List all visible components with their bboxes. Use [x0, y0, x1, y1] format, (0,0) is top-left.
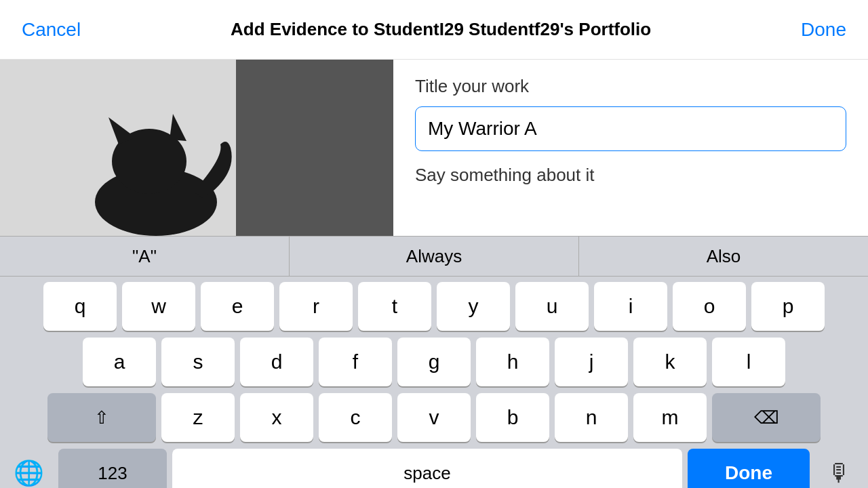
shift-key[interactable]: ⇧: [47, 393, 156, 442]
key-k[interactable]: k: [633, 338, 707, 386]
title-label: Title your work: [415, 76, 846, 97]
content-area: Title your work Say something about it: [0, 60, 868, 236]
space-key[interactable]: space: [172, 449, 682, 488]
key-u[interactable]: u: [515, 282, 589, 331]
globe-key[interactable]: 🌐: [4, 449, 53, 488]
autocomplete-item-1[interactable]: Always: [290, 237, 579, 276]
key-row-2: a s d f g h j k l: [4, 338, 864, 386]
svg-marker-3: [170, 114, 186, 141]
form-section: Title your work Say something about it: [393, 60, 868, 236]
key-l[interactable]: l: [712, 338, 785, 386]
key-n[interactable]: n: [555, 393, 628, 442]
keyboard-done-key[interactable]: Done: [688, 449, 810, 488]
autocomplete-bar: "A" Always Also: [0, 236, 868, 277]
key-y[interactable]: y: [437, 282, 510, 331]
key-j[interactable]: j: [555, 338, 628, 386]
key-t[interactable]: t: [358, 282, 431, 331]
key-m[interactable]: m: [633, 393, 707, 442]
keyboard: q w e r t y u i o p a s d f g h j k l ⇧ …: [0, 277, 868, 488]
key-f[interactable]: f: [319, 338, 392, 386]
image-preview: [0, 60, 393, 236]
page-title: Add Evidence to StudentI29 Studentf29's …: [231, 19, 651, 40]
key-a[interactable]: a: [83, 338, 156, 386]
numbers-key[interactable]: 123: [58, 449, 167, 488]
mic-key[interactable]: 🎙: [815, 449, 864, 488]
key-c[interactable]: c: [319, 393, 392, 442]
key-b[interactable]: b: [476, 393, 549, 442]
key-w[interactable]: w: [122, 282, 195, 331]
say-label: Say something about it: [415, 165, 846, 186]
key-r[interactable]: r: [279, 282, 353, 331]
header: Cancel Add Evidence to StudentI29 Studen…: [0, 0, 868, 60]
key-q[interactable]: q: [43, 282, 117, 331]
autocomplete-item-0[interactable]: "A": [0, 237, 290, 276]
key-g[interactable]: g: [397, 338, 471, 386]
key-v[interactable]: v: [397, 393, 471, 442]
key-row-bottom: 🌐 123 space Done 🎙: [4, 449, 864, 488]
header-done-button[interactable]: Done: [801, 19, 846, 41]
key-e[interactable]: e: [201, 282, 274, 331]
delete-key[interactable]: ⌫: [712, 393, 821, 442]
key-row-3: ⇧ z x c v b n m ⌫: [4, 393, 864, 442]
key-p[interactable]: p: [751, 282, 825, 331]
title-input[interactable]: [415, 106, 846, 151]
key-h[interactable]: h: [476, 338, 549, 386]
key-z[interactable]: z: [161, 393, 235, 442]
key-o[interactable]: o: [673, 282, 746, 331]
cancel-button[interactable]: Cancel: [22, 19, 81, 41]
key-d[interactable]: d: [240, 338, 313, 386]
key-x[interactable]: x: [240, 393, 313, 442]
key-s[interactable]: s: [161, 338, 235, 386]
cat-image: [68, 94, 244, 236]
key-row-1: q w e r t y u i o p: [4, 282, 864, 331]
key-i[interactable]: i: [594, 282, 667, 331]
autocomplete-item-2[interactable]: Also: [579, 237, 868, 276]
